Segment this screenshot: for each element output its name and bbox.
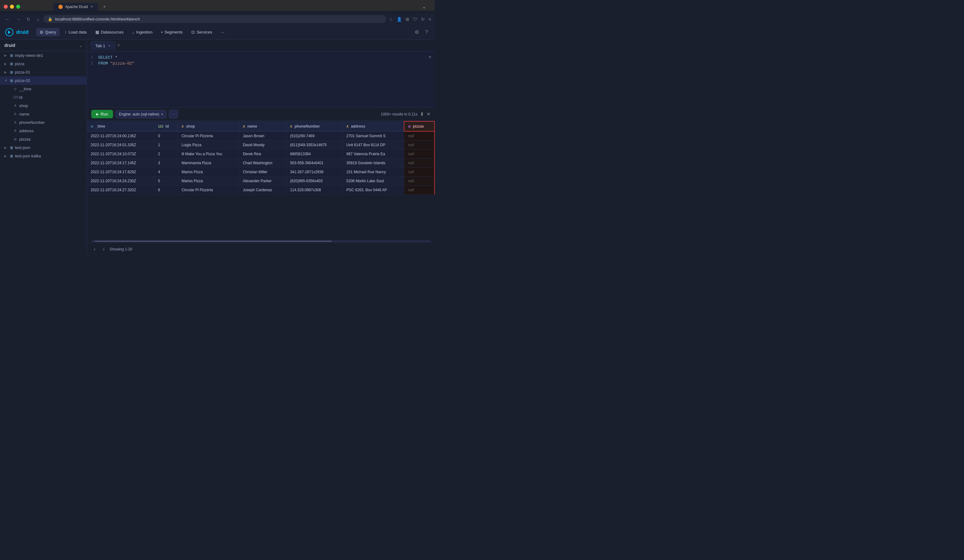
new-tab-button[interactable]: + (101, 3, 108, 11)
sidebar-item-test-json-kafka[interactable]: ▶ ▦ test-json kafka (0, 152, 87, 160)
sidebar-label: test-json kafka (15, 154, 41, 158)
maximize-button[interactable] (16, 5, 20, 9)
table-cell: null (404, 168, 435, 177)
next-page-button[interactable]: › (100, 245, 107, 253)
table-cell: 341-267-2871x2938 (286, 168, 342, 177)
col-header-id[interactable]: 123 id (154, 122, 177, 131)
profile-icon[interactable]: 👤 (397, 17, 402, 22)
close-button[interactable] (4, 5, 8, 9)
scrollbar-thumb[interactable] (94, 240, 332, 242)
address-input[interactable]: 🔒 localhost:8888/unified-console.html#wo… (44, 15, 386, 23)
sidebar-field-time[interactable]: ⊙ __time (0, 85, 87, 93)
nav-item-segments[interactable]: ▪ Segments (158, 28, 186, 36)
col-header-shop[interactable]: A shop (177, 122, 239, 131)
sidebar-item-test-json[interactable]: ▶ ▦ test-json (0, 143, 87, 152)
clear-button[interactable]: ✕ (427, 111, 430, 117)
nav-item-datasources[interactable]: ▦ Datasources (91, 28, 127, 36)
run-icon: ▶ (96, 112, 99, 116)
tab-label: Tab 1 (95, 44, 105, 48)
add-query-tab-button[interactable]: + (115, 42, 122, 49)
nav-item-query[interactable]: ⊞ Query (36, 28, 60, 36)
browser-dropdown-icon[interactable]: ⌄ (420, 2, 428, 11)
field-label: id (19, 95, 22, 100)
extensions-icon[interactable]: ⊞ (405, 17, 409, 22)
sidebar-field-shop[interactable]: A shop (0, 102, 87, 110)
menu-icon[interactable]: ≡ (428, 17, 431, 22)
home-button[interactable]: ⌂ (35, 16, 41, 22)
col-type-str-icon: A (181, 125, 184, 128)
field-label: shop (19, 103, 28, 108)
expand-arrow-icon: ▼ (4, 79, 8, 82)
table-cell: null (404, 141, 435, 149)
table-cell: Chad Washington (239, 159, 286, 168)
sidebar-field-id[interactable]: 123 id (0, 93, 87, 102)
sidebar-field-phoneNumber[interactable]: A phoneNumber (0, 118, 87, 127)
prev-page-button[interactable]: ‹ (91, 245, 98, 253)
table-cell: 2022-11-20T16:24:17.145Z (87, 159, 154, 168)
reload-button[interactable]: ↻ (25, 16, 32, 22)
sidebar-item-imply-news-de1[interactable]: ▶ ▦ imply-news-de1 (0, 51, 87, 60)
engine-options-button[interactable]: ··· (169, 110, 178, 118)
table-icon: ▦ (10, 154, 13, 158)
sidebar-item-pizza-02[interactable]: ▼ ▦ pizza-02 (0, 76, 87, 85)
col-header-time[interactable]: ⊙ _time (87, 122, 154, 131)
col-type-complex-icon: ⊞ (408, 125, 410, 128)
query-icon: ⊞ (40, 30, 43, 34)
settings-button[interactable]: ⚙ (413, 27, 421, 37)
table-body: 2022-11-20T16:24:00.136Z0Circular Pi Piz… (87, 131, 435, 195)
sidebar-expand-icon[interactable]: ⌄ (79, 43, 82, 48)
engine-select[interactable]: Engine: auto (sql-native) ▾ (116, 110, 166, 118)
tab-close-icon[interactable]: ✕ (90, 5, 93, 9)
col-header-name[interactable]: A name (239, 122, 286, 131)
table-cell: Ill Make You a Pizza You (177, 149, 239, 159)
back-button[interactable]: ← (4, 16, 12, 22)
sidebar: druid ⌄ ▶ ▦ imply-news-de1 ▶ ▦ pizza ▶ ▦… (0, 40, 87, 255)
bookmark-icon[interactable]: ☆ (389, 17, 393, 22)
shield-icon[interactable]: 🛡 (413, 17, 417, 22)
download-button[interactable]: ⬇ (420, 111, 424, 117)
num-field-icon: 123 (13, 96, 17, 99)
sync-icon[interactable]: ↻ (421, 17, 425, 22)
forward-button[interactable]: → (14, 16, 22, 22)
table-icon: ▦ (10, 62, 13, 66)
nav-item-ingestion[interactable]: ↓ Ingestion (129, 28, 156, 36)
browser-tab-active[interactable]: Apache Druid ✕ (54, 3, 98, 11)
sidebar-item-pizza[interactable]: ▶ ▦ pizza (0, 60, 87, 68)
nav-item-services[interactable]: ⊡ Services (187, 28, 216, 36)
col-label: _time (95, 124, 105, 128)
query-tab-1[interactable]: Tab 1 ✕ (91, 41, 115, 50)
nav-item-more[interactable]: ··· (217, 28, 228, 36)
table-cell: Unit 6147 Box 8114 DP (342, 141, 404, 149)
help-button[interactable]: ? (423, 28, 430, 37)
table-cell: 2022-11-20T16:24:00.136Z (87, 131, 154, 141)
results-table-container[interactable]: ⊙ _time 123 id A shop A (87, 121, 435, 240)
sql-editor[interactable]: 1 SELECT * 2 FROM "pizza-02" ≡ (87, 52, 435, 107)
table-cell: 2 (154, 149, 177, 159)
col-header-phone[interactable]: A phoneNumber (286, 122, 342, 131)
table-cell: 2701 Samuel Summit S (342, 131, 404, 141)
sidebar-header: druid ⌄ (0, 40, 87, 51)
sidebar-item-pizza-01[interactable]: ▶ ▦ pizza-01 (0, 68, 87, 76)
col-header-address[interactable]: A address (342, 122, 404, 131)
sidebar-field-name[interactable]: A name (0, 110, 87, 118)
table-row: 2022-11-20T16:24:00.136Z0Circular Pi Piz… (87, 131, 435, 141)
col-type-str-icon: A (290, 125, 292, 128)
run-button[interactable]: ▶ Run (91, 110, 113, 118)
minimize-button[interactable] (10, 5, 14, 9)
table-cell: null (404, 159, 435, 168)
sidebar-field-pizzas[interactable]: ⊞ pizzas (0, 135, 87, 143)
nav-item-load-data[interactable]: ↑ Load data (61, 28, 90, 36)
tab-close-icon[interactable]: ✕ (108, 44, 111, 48)
sidebar-field-address[interactable]: A address (0, 127, 87, 135)
editor-line-2: 2 FROM "pizza-02" (87, 60, 435, 67)
table-cell: null (404, 131, 435, 141)
main-layout: druid ⌄ ▶ ▦ imply-news-de1 ▶ ▦ pizza ▶ ▦… (0, 40, 435, 255)
field-label: pizzas (19, 137, 31, 141)
col-header-pizzas[interactable]: ⊞ pizzas (404, 122, 435, 131)
col-type-time-icon: ⊙ (91, 125, 93, 128)
horizontal-scrollbar[interactable] (87, 240, 435, 242)
str-field-icon: A (13, 104, 17, 107)
editor-menu-icon[interactable]: ≡ (428, 55, 431, 59)
table-cell: 3 (154, 159, 177, 168)
table-row: 2022-11-20T16:24:17.829Z4Marios PizzaChr… (87, 168, 435, 177)
